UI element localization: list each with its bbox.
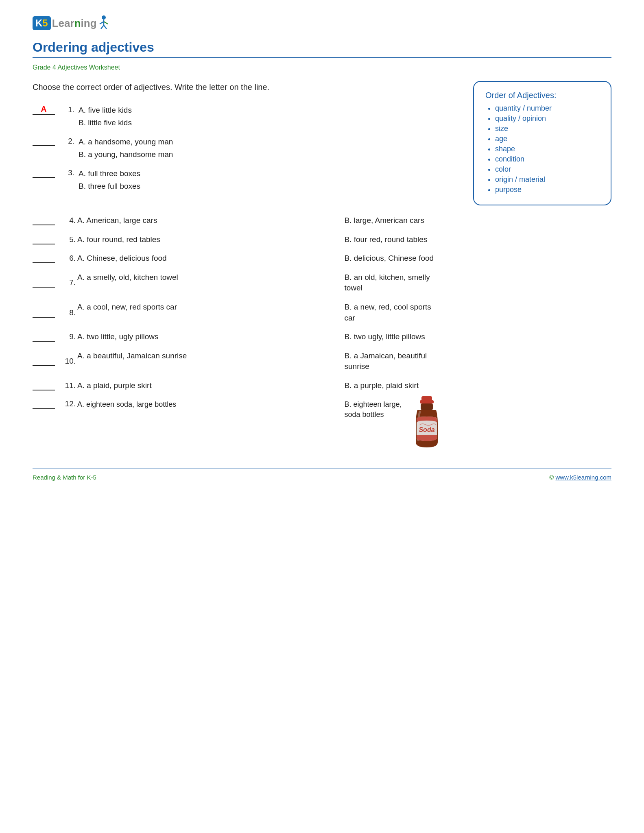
question-row-5: 5. A. four round, red tables B. four red… [33,234,611,245]
q5-option-a: A. four round, red tables [77,234,345,245]
q9-num: 9. [61,332,76,341]
q7-option-b: B. an old, kitchen, smellytowel [345,272,612,294]
footer-divider [33,469,611,469]
q8-option-a: A. a cool, new, red sports car [77,302,345,313]
svg-point-0 [102,15,106,20]
q4-option-a: A. American, large cars [77,215,345,226]
footer-link[interactable]: www.k5learning.com [555,474,611,481]
q9-option-a: A. two little, ugly pillows [77,331,345,342]
q3-answer-line[interactable] [33,168,55,178]
order-item-9: purpose [495,185,599,194]
q4-option-b: B. large, American cars [345,215,612,226]
q6-option-b: B. delicious, Chinese food [345,253,612,264]
q2-option-b: B. a young, handsome man [79,149,173,160]
question-row-7: 7. A. a smelly, old, kitchen towel B. an… [33,272,611,294]
svg-line-2 [100,22,104,24]
q3-left: 3. [33,168,79,178]
q1-num: 1. [60,105,74,114]
order-item-4: age [495,135,599,143]
q8-num: 8. [61,308,76,317]
question-row-11: 11. A. a plaid, purple skirt B. a purple… [33,380,611,391]
page-title: Ordering adjectives [33,40,611,55]
footer: Reading & Math for K-5 © www.k5learning.… [33,474,611,481]
q9-answer-line[interactable] [33,332,55,342]
q2-option-a: A. a handsome, young man [79,136,173,148]
question-row-8: 8. A. a cool, new, red sports car B. a n… [33,302,611,323]
q10-num: 10. [61,357,76,366]
q1-option-a: A. five little kids [79,105,132,116]
order-box-title: Order of Adjectives: [485,91,599,100]
q1-answer-line[interactable]: A [33,105,55,115]
q7-option-a: A. a smelly, old, kitchen towel [77,272,345,283]
q12-option-a: A. eighteen soda, large bottles [77,399,345,410]
svg-line-4 [101,25,104,29]
order-item-8: origin / material [495,175,599,184]
order-box-list: quantity / number quality / opinion size… [485,104,599,194]
q12-b-area: B. eighteen large,soda bottles Soda [345,399,612,452]
q5-answer-line[interactable] [33,235,55,244]
soda-bottle-icon: Soda [408,395,445,452]
logo-figure-icon [98,15,110,29]
q6-option-a: A. Chinese, delicious food [77,253,345,264]
logo-k5: K [35,17,42,29]
q8-answer-line[interactable] [33,308,55,318]
q2-left: 2. [33,136,79,146]
order-item-3: size [495,124,599,133]
q11-option-b: B. a purple, plaid skirt [345,380,612,391]
order-box: Order of Adjectives: quantity / number q… [473,81,611,205]
q11-option-a: A. a plaid, purple skirt [77,380,345,391]
q10-option-b: B. a Jamaican, beautifulsunrise [345,351,612,372]
footer-left: Reading & Math for K-5 [33,474,96,481]
question-row-9: 9. A. two little, ugly pillows B. two ug… [33,331,611,342]
footer-right: © www.k5learning.com [549,474,611,481]
question-row-4: 4. A. American, large cars B. large, Ame… [33,215,611,226]
header: K 5 Learning [33,16,611,30]
q5-num: 5. [61,235,76,244]
order-item-5: shape [495,145,599,153]
logo-learning-text: Learning [52,17,97,30]
q7-num: 7. [61,278,76,287]
footer-copyright: © [549,474,555,481]
q2-num: 2. [60,137,74,146]
q4-num: 4. [61,216,76,225]
q9-option-b: B. two ugly, little pillows [345,331,612,342]
subtitle: Grade 4 Adjectives Worksheet [33,64,611,71]
q6-answer-line[interactable] [33,253,55,263]
logo-5: 5 [42,17,48,29]
order-item-2: quality / opinion [495,114,599,123]
title-divider [33,57,611,58]
q10-option-a: A. a beautiful, Jamaican sunrise [77,351,345,362]
questions-grid: 4. A. American, large cars B. large, Ame… [33,215,611,452]
main-layout: Choose the correct order of adjectives. … [33,81,611,205]
order-item-7: color [495,165,599,174]
question-row-1: A 1. A. five little kids B. little five … [33,105,457,128]
svg-line-3 [104,22,108,24]
q1-option-b: B. little five kids [79,117,132,129]
svg-rect-7 [420,400,434,403]
q12-option-b: B. eighteen large,soda bottles [345,399,402,420]
q4-answer-line[interactable] [33,216,55,225]
q6-num: 6. [61,254,76,263]
logo: K 5 Learning [33,16,110,30]
instructions: Choose the correct order of adjectives. … [33,81,457,93]
question-row-12: 12. A. eighteen soda, large bottles B. e… [33,399,611,452]
question-row-3: 3. A. full three boxes B. three full box… [33,168,457,192]
question-row-2: 2. A. a handsome, young man B. a young, … [33,136,457,160]
svg-line-5 [104,25,107,29]
q1-options: A. five little kids B. little five kids [79,105,132,128]
q7-answer-line[interactable] [33,278,55,288]
q5-option-b: B. four red, round tables [345,234,612,245]
title-section: Ordering adjectives Grade 4 Adjectives W… [33,40,611,71]
q12-answer-line[interactable] [33,399,55,409]
q3-option-a: A. full three boxes [79,168,140,179]
q11-answer-line[interactable] [33,381,55,390]
q2-options: A. a handsome, young man B. a young, han… [79,136,173,160]
q1-left: A 1. [33,105,79,115]
order-item-1: quantity / number [495,104,599,113]
q10-answer-line[interactable] [33,356,55,366]
q2-answer-line[interactable] [33,136,55,146]
question-row-10: 10. A. a beautiful, Jamaican sunrise B. … [33,351,611,372]
question-row-6: 6. A. Chinese, delicious food B. delicio… [33,253,611,264]
top-questions: A 1. A. five little kids B. little five … [33,105,457,192]
q12-num: 12. [61,399,76,408]
